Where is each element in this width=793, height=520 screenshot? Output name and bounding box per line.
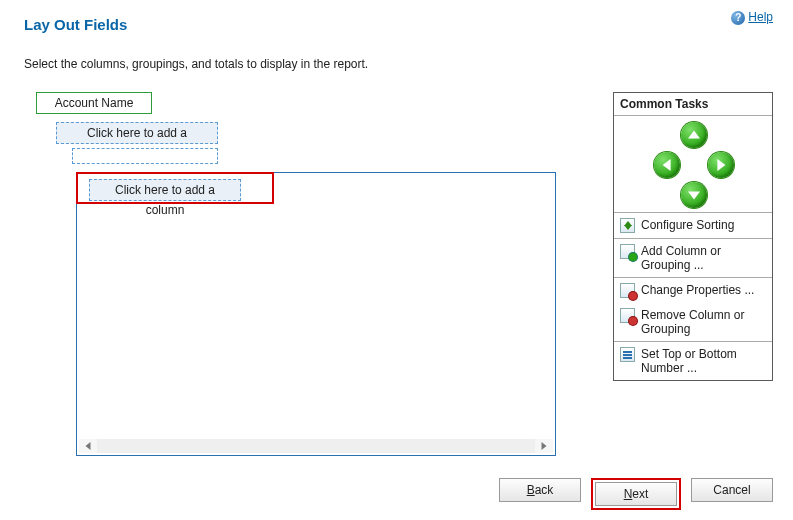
task-label: Add Column or Grouping ... — [641, 244, 766, 272]
page-title: Lay Out Fields — [24, 12, 773, 33]
wizard-page: Lay Out Fields ?Help Select the columns,… — [0, 0, 793, 520]
task-add-column-or-grouping[interactable]: Add Column or Grouping ... — [614, 239, 772, 277]
columns-canvas[interactable]: Click here to add a column — [76, 172, 556, 456]
top-n-icon — [620, 347, 635, 362]
task-label: Change Properties ... — [641, 283, 754, 297]
annotation-highlight-column — [76, 172, 274, 204]
move-left-button[interactable] — [654, 152, 680, 178]
back-button[interactable]: Back — [499, 478, 581, 502]
add-icon — [620, 244, 635, 259]
scroll-left-button[interactable] — [79, 439, 97, 453]
arrow-pad — [614, 116, 772, 212]
common-tasks-title: Common Tasks — [614, 93, 772, 116]
help-link[interactable]: ?Help — [731, 10, 773, 25]
sort-icon — [620, 218, 635, 233]
scroll-right-button[interactable] — [535, 439, 553, 453]
add-grouping-placeholder[interactable]: Click here to add a grouping — [56, 122, 218, 144]
annotation-highlight-next: Next — [591, 478, 681, 510]
task-set-top-bottom-number[interactable]: Set Top or Bottom Number ... — [614, 342, 772, 380]
task-label: Remove Column or Grouping — [641, 308, 766, 336]
task-configure-sorting[interactable]: Configure Sorting — [614, 213, 772, 238]
task-remove-column-or-grouping[interactable]: Remove Column or Grouping — [614, 303, 772, 341]
cancel-button[interactable]: Cancel — [691, 478, 773, 502]
move-down-button[interactable] — [681, 182, 707, 208]
task-label: Configure Sorting — [641, 218, 734, 232]
horizontal-scrollbar[interactable] — [79, 439, 553, 453]
help-icon: ? — [731, 11, 745, 25]
back-rest: ack — [535, 483, 554, 497]
task-label: Set Top or Bottom Number ... — [641, 347, 766, 375]
next-button[interactable]: Next — [595, 482, 677, 506]
wizard-footer: Back Next Cancel — [499, 478, 773, 510]
common-tasks-panel: Common Tasks Configure Sorting Add Colum… — [613, 92, 773, 381]
instructions-text: Select the columns, groupings, and total… — [24, 57, 773, 71]
move-up-button[interactable] — [681, 122, 707, 148]
move-right-button[interactable] — [708, 152, 734, 178]
remove-icon — [620, 308, 635, 323]
properties-icon — [620, 283, 635, 298]
grouping-chip-account-name[interactable]: Account Name — [36, 92, 152, 114]
help-label: Help — [748, 10, 773, 24]
task-change-properties[interactable]: Change Properties ... — [614, 278, 772, 303]
grouping-spacer — [72, 148, 218, 164]
